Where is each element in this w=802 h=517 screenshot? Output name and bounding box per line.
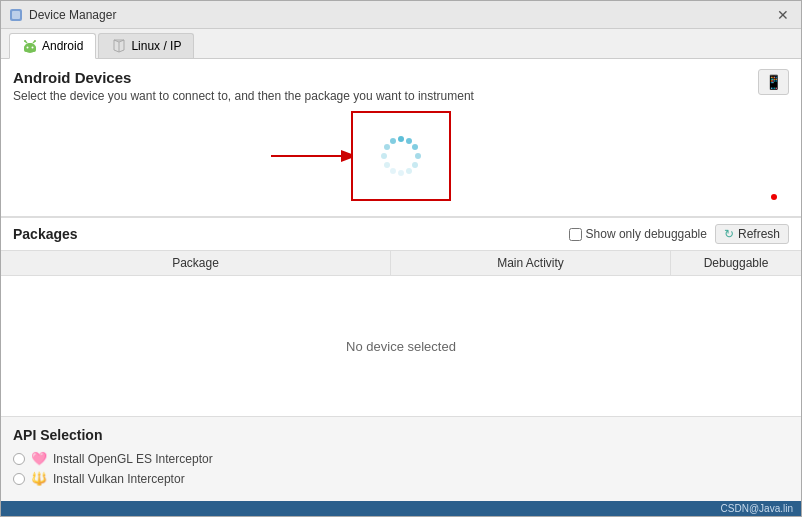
api-option-vulkan: 🔱 Install Vulkan Interceptor	[13, 471, 789, 486]
api-selection-title: API Selection	[13, 427, 789, 443]
table-body: No device selected	[1, 276, 801, 416]
svg-point-12	[412, 144, 418, 150]
app-icon	[9, 8, 23, 22]
col-package: Package	[1, 251, 391, 275]
android-icon	[22, 38, 38, 54]
packages-section: Packages Show only debuggable ↻ Refresh …	[1, 217, 801, 416]
svg-point-18	[384, 162, 390, 168]
tab-linux-ip[interactable]: Linux / IP	[98, 33, 194, 58]
svg-point-19	[381, 153, 387, 159]
svg-point-14	[412, 162, 418, 168]
tab-linux-ip-label: Linux / IP	[131, 39, 181, 53]
close-button[interactable]: ✕	[773, 5, 793, 25]
tabs-bar: Android Linux / IP	[1, 29, 801, 59]
status-text: CSDN@Java.lin	[721, 503, 793, 514]
packages-controls: Show only debuggable ↻ Refresh	[569, 224, 789, 244]
red-dot-indicator	[771, 194, 777, 200]
vulkan-label: Install Vulkan Interceptor	[53, 472, 185, 486]
status-bar: CSDN@Java.lin	[1, 501, 801, 516]
table-header: Package Main Activity Debuggable	[1, 251, 801, 276]
svg-point-21	[390, 138, 396, 144]
no-device-text: No device selected	[346, 339, 456, 354]
api-selection-section: API Selection 🩷 Install OpenGL ES Interc…	[1, 416, 801, 501]
android-devices-header: Android Devices Select the device you wa…	[13, 69, 789, 103]
android-devices-info: Android Devices Select the device you wa…	[13, 69, 474, 103]
loading-spinner	[376, 131, 426, 181]
show-debuggable-label[interactable]: Show only debuggable	[569, 227, 707, 241]
linux-icon	[111, 38, 127, 54]
svg-point-20	[384, 144, 390, 150]
opengl-icon: 🩷	[31, 451, 47, 466]
arrow-indicator	[271, 141, 351, 171]
svg-point-8	[24, 40, 26, 42]
title-bar-left: Device Manager	[9, 8, 116, 22]
svg-point-11	[406, 138, 412, 144]
refresh-icon: ↻	[724, 227, 734, 241]
svg-rect-1	[12, 11, 20, 19]
col-debuggable: Debuggable	[671, 251, 801, 275]
show-debuggable-checkbox[interactable]	[569, 228, 582, 241]
refresh-button[interactable]: ↻ Refresh	[715, 224, 789, 244]
packages-title: Packages	[13, 226, 78, 242]
svg-point-4	[27, 47, 29, 49]
android-devices-title: Android Devices	[13, 69, 474, 86]
svg-point-15	[406, 168, 412, 174]
android-devices-subtitle: Select the device you want to connect to…	[13, 89, 474, 103]
window-title: Device Manager	[29, 8, 116, 22]
title-bar: Device Manager ✕	[1, 1, 801, 29]
api-option-opengl: 🩷 Install OpenGL ES Interceptor	[13, 451, 789, 466]
opengl-label: Install OpenGL ES Interceptor	[53, 452, 213, 466]
devices-area	[13, 103, 789, 208]
opengl-radio[interactable]	[13, 453, 25, 465]
phone-connect-button[interactable]: 📱	[758, 69, 789, 95]
show-debuggable-text: Show only debuggable	[586, 227, 707, 241]
svg-point-13	[415, 153, 421, 159]
tab-android[interactable]: Android	[9, 33, 96, 59]
main-content: Android Devices Select the device you wa…	[1, 59, 801, 501]
tab-android-label: Android	[42, 39, 83, 53]
vulkan-radio[interactable]	[13, 473, 25, 485]
svg-point-17	[390, 168, 396, 174]
svg-point-10	[398, 136, 404, 142]
android-devices-section: Android Devices Select the device you wa…	[1, 59, 801, 217]
svg-point-9	[34, 40, 36, 42]
packages-header: Packages Show only debuggable ↻ Refresh	[1, 218, 801, 251]
device-manager-window: Device Manager ✕ Android	[0, 0, 802, 517]
vulkan-icon: 🔱	[31, 471, 47, 486]
svg-point-16	[398, 170, 404, 176]
svg-point-5	[32, 47, 34, 49]
svg-rect-3	[24, 46, 36, 52]
col-main-activity: Main Activity	[391, 251, 671, 275]
spinner-box	[351, 111, 451, 201]
phone-icon: 📱	[765, 74, 782, 90]
refresh-label: Refresh	[738, 227, 780, 241]
